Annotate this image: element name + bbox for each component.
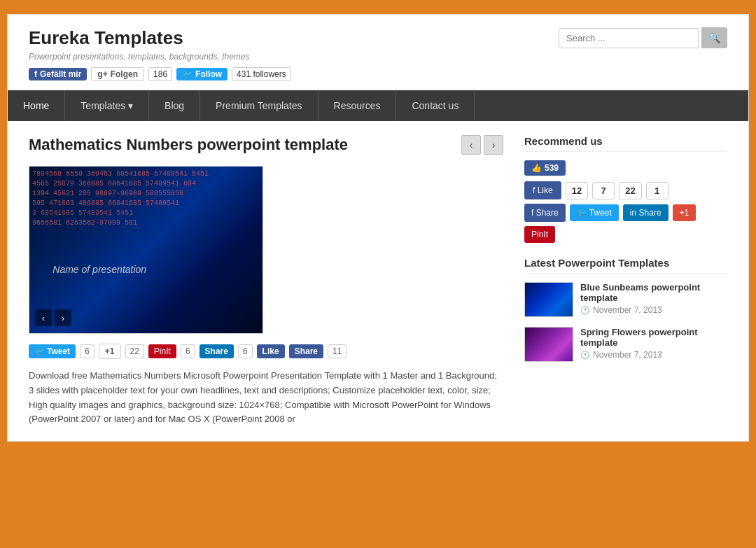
recommend-tweet-button[interactable]: 🐦 Tweet	[570, 204, 619, 221]
nav-blog[interactable]: Blog	[149, 90, 200, 121]
recommend-fb-share-button[interactable]: f Share	[524, 204, 566, 222]
recommend-pin-label: PinIt	[531, 230, 548, 239]
fb-share-icon: f	[531, 208, 533, 218]
fb-like-button[interactable]: Like	[257, 344, 285, 358]
slide-line2: 4565 25879 366885 68641685 57489541 684	[32, 179, 260, 189]
social-counters: f Like 12 7 22 1	[524, 181, 727, 199]
gplus-share-button[interactable]: +1	[99, 344, 121, 359]
prev-article-button[interactable]: ‹	[461, 135, 481, 155]
fb-share-btn-label: Share	[536, 208, 559, 218]
twitter-icon: 🐦	[34, 346, 45, 356]
latest-templates-section: Latest Powerpoint Templates Blue Sunbeam…	[524, 257, 727, 362]
recommend-fb-like-button[interactable]: f Like	[524, 181, 561, 199]
linkedin-label: Share	[205, 346, 228, 356]
slideshow-container: 7894568 6559 369463 68541685 57489541 54…	[29, 166, 263, 334]
fb-like-btn-label: Like	[538, 185, 553, 195]
template-item-2: Spring Flowers powerpoint template 🕐 Nov…	[524, 327, 727, 362]
search-input[interactable]	[559, 28, 699, 48]
thumbs-up-icon: 👍	[531, 163, 542, 173]
fb-like-row: 👍 539	[524, 160, 727, 176]
gplus-follow-button[interactable]: g+ Folgen	[91, 67, 144, 81]
template-thumb-blue	[525, 283, 573, 316]
fb-share-button[interactable]: Share	[289, 344, 323, 358]
next-article-button[interactable]: ›	[484, 135, 503, 155]
social-bar: f Gefällt mir g+ Folgen 186 🐦 Follow 431…	[29, 67, 291, 81]
recommend-linkedin-label: Share	[639, 208, 662, 218]
twitter-bird-icon: 🐦	[182, 69, 192, 79]
linkedin-icon: in	[630, 208, 636, 218]
nav-resources[interactable]: Resources	[318, 90, 397, 121]
recommend-section: Recommend us 👍 539 f Like 12 7 22 1	[524, 135, 727, 243]
slide-line1: 7894568 6559 369463 68541685 57489541 54…	[32, 169, 260, 179]
template-thumb-1[interactable]	[524, 282, 573, 317]
slide-line3: 1394 45621 205 98897-96989 588555858	[32, 189, 260, 199]
facebook-like-button[interactable]: f Gefällt mir	[29, 68, 87, 80]
linkedin-share-button[interactable]: Share	[200, 344, 234, 358]
counter-12: 12	[566, 182, 588, 199]
tw-icon: 🐦	[577, 208, 587, 218]
counter-1: 1	[646, 182, 668, 199]
slide-prev-button[interactable]: ‹	[35, 309, 52, 326]
gplus-label: Folgen	[111, 69, 138, 79]
latest-templates-title: Latest Powerpoint Templates	[524, 257, 727, 274]
nav-home[interactable]: Home	[8, 90, 65, 121]
facebook-label: Gefällt mir	[40, 69, 81, 79]
template-date-1: 🕐 November 7, 2013	[580, 305, 727, 315]
article-title-row: Mathematics Numbers powerpoint template …	[29, 135, 503, 155]
clock-icon-1: 🕐	[580, 306, 590, 315]
gplus-share-label: +1	[105, 346, 115, 356]
fb-like-label: Like	[262, 346, 279, 356]
template-date-text-1: November 7, 2013	[593, 305, 662, 315]
slideshow-image: 7894568 6559 369463 68541685 57489541 54…	[29, 167, 262, 333]
twitter-followers-count: 431 followers	[232, 67, 291, 81]
nav-arrows: ‹ ›	[461, 135, 503, 155]
template-date-2: 🕐 November 7, 2013	[580, 350, 727, 360]
pin-label: PinIt	[154, 346, 171, 356]
tweet-button[interactable]: 🐦 Tweet	[29, 344, 76, 358]
fb-share-label: Share	[295, 346, 318, 356]
template-name-2[interactable]: Spring Flowers powerpoint template	[580, 327, 727, 348]
template-thumb-purple	[525, 328, 573, 361]
recommend-title: Recommend us	[524, 135, 727, 152]
gplus-count: 186	[148, 67, 172, 81]
slide-line6: 9656581 6263562-97099 581	[32, 218, 260, 228]
right-column: Recommend us 👍 539 f Like 12 7 22 1	[524, 135, 727, 427]
tweet-count: 6	[80, 344, 94, 358]
twitter-follow-button[interactable]: 🐦 Follow	[176, 68, 227, 80]
recommend-gplus-button[interactable]: +1	[673, 204, 696, 221]
nav-premium-templates[interactable]: Premium Templates	[200, 90, 318, 121]
share-bar: 🐦 Tweet 6 +1 22 PinIt 6 Share 6 Like	[29, 344, 503, 359]
left-column: Mathematics Numbers powerpoint template …	[29, 135, 503, 427]
fb-icon: f	[533, 185, 535, 195]
fb-share-count: 11	[328, 344, 346, 358]
article-description: Download free Mathematics Numbers Micros…	[29, 369, 503, 427]
recommend-pin-button[interactable]: PinIt	[524, 226, 555, 243]
gplus-icon: g+	[97, 69, 107, 79]
pin-count: 6	[181, 344, 195, 358]
clock-icon-2: 🕐	[580, 351, 590, 360]
template-name-1[interactable]: Blue Sunbeams powerpoint template	[580, 282, 727, 303]
recommend-tweet-label: Tweet	[589, 208, 612, 218]
slide-line5: 3 68541685 57489541 5451	[32, 209, 260, 218]
main-nav: Home Templates ▾ Blog Premium Templates …	[8, 90, 748, 121]
nav-contact[interactable]: Contact us	[396, 90, 475, 121]
fb-like-number: 539	[545, 163, 559, 173]
template-thumb-2[interactable]	[524, 327, 573, 362]
counter-22: 22	[619, 182, 641, 199]
template-info-2: Spring Flowers powerpoint template 🕐 Nov…	[580, 327, 727, 360]
template-item-1: Blue Sunbeams powerpoint template 🕐 Nove…	[524, 282, 727, 317]
site-tagline: Powerpoint presentations, templates, bac…	[29, 52, 291, 62]
slide-next-button[interactable]: ›	[55, 309, 71, 326]
search-button[interactable]: 🔍	[701, 27, 727, 48]
recommend-gplus-label: +1	[680, 208, 690, 218]
search-area: 🔍	[559, 27, 727, 48]
recommend-linkedin-button[interactable]: in Share	[623, 204, 668, 221]
slide-center-text: Name of presentation	[52, 264, 146, 275]
twitter-label: Follow	[195, 69, 222, 79]
nav-templates[interactable]: Templates ▾	[65, 90, 149, 121]
pinterest-button[interactable]: PinIt	[148, 344, 176, 358]
template-date-text-2: November 7, 2013	[593, 350, 662, 360]
counter-7: 7	[592, 182, 615, 199]
template-info-1: Blue Sunbeams powerpoint template 🕐 Nove…	[580, 282, 727, 315]
linkedin-count: 6	[238, 344, 253, 358]
